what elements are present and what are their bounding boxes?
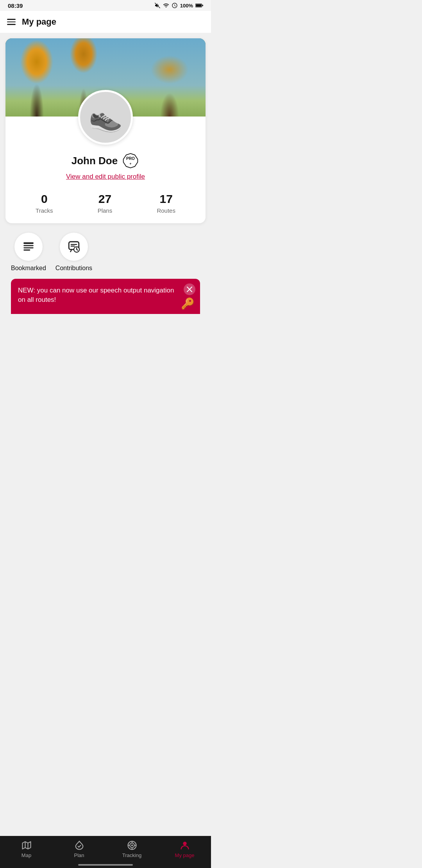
svg-text:PRO: PRO — [126, 156, 135, 161]
routes-label: Routes — [157, 207, 175, 214]
bookmarked-label: Bookmarked — [11, 265, 46, 272]
avatar-container — [5, 90, 206, 149]
svg-rect-8 — [23, 247, 34, 248]
stat-tracks[interactable]: 0 Tracks — [36, 192, 53, 214]
banner-close-button[interactable] — [184, 283, 195, 295]
status-bar: 08:39 100% — [0, 0, 211, 11]
tracks-label: Tracks — [36, 207, 53, 214]
edit-profile-link[interactable]: View and edit public profile — [13, 173, 198, 181]
banner-text: NEW: you can now use our speech output n… — [18, 287, 174, 303]
profile-info: John Doe PRO + View and edit public prof… — [5, 149, 206, 223]
bookmark-icon — [22, 240, 35, 253]
contributions-button[interactable]: Contributions — [55, 233, 92, 272]
profile-name-row: John Doe PRO + — [13, 152, 198, 170]
svg-rect-7 — [23, 245, 34, 246]
stat-plans[interactable]: 27 Plans — [98, 192, 113, 214]
pro-badge: PRO + — [122, 152, 139, 170]
avatar-image — [84, 96, 127, 139]
status-time: 08:39 — [8, 2, 23, 9]
main-content: John Doe PRO + View and edit public prof… — [0, 33, 211, 314]
svg-text:+: + — [130, 162, 132, 166]
menu-button[interactable] — [7, 19, 16, 25]
plans-label: Plans — [98, 207, 113, 214]
bookmarked-icon-circle — [14, 233, 43, 261]
stat-routes[interactable]: 17 Routes — [157, 192, 175, 214]
tracks-count: 0 — [41, 192, 48, 206]
alarm-icon — [172, 2, 178, 9]
mute-icon — [154, 2, 161, 9]
bookmarked-button[interactable]: Bookmarked — [11, 233, 46, 272]
svg-rect-2 — [196, 4, 201, 7]
wifi-icon — [163, 2, 169, 9]
promo-banner: NEW: you can now use our speech output n… — [11, 279, 200, 314]
page-title: My page — [22, 17, 56, 27]
quick-actions: Bookmarked Contributions — [5, 223, 206, 279]
contributions-icon-circle — [60, 233, 88, 261]
svg-rect-6 — [23, 242, 34, 244]
avatar[interactable] — [78, 90, 133, 145]
banner-key-icon: 🔑 — [181, 297, 195, 310]
status-icons: 100% — [154, 2, 203, 9]
contributions-label: Contributions — [55, 265, 92, 272]
plans-count: 27 — [98, 192, 111, 206]
profile-name: John Doe — [72, 155, 118, 167]
stats-row: 0 Tracks 27 Plans 17 Routes — [13, 188, 198, 214]
routes-count: 17 — [159, 192, 172, 206]
profile-card: John Doe PRO + View and edit public prof… — [5, 38, 206, 223]
top-nav: My page — [0, 11, 211, 33]
battery-indicator: 100% — [180, 3, 193, 9]
svg-rect-9 — [23, 249, 30, 251]
contributions-icon — [67, 240, 80, 253]
battery-icon — [195, 3, 203, 8]
svg-rect-3 — [202, 5, 204, 6]
